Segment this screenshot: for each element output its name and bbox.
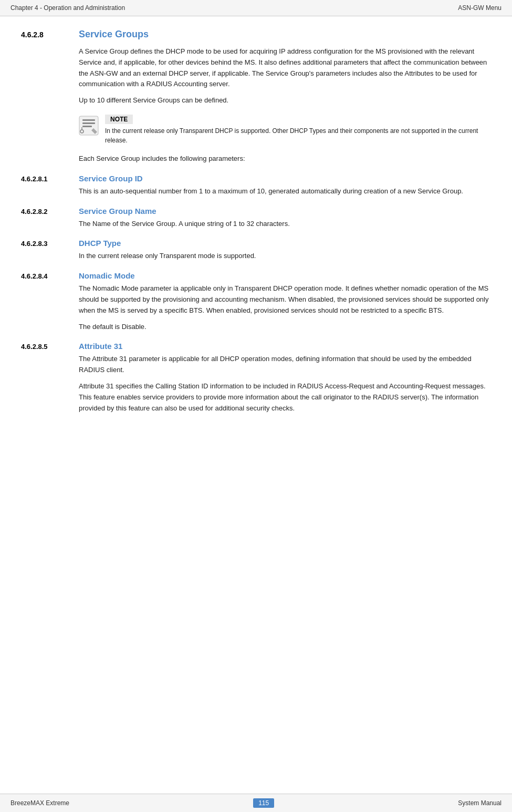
- subsection-4-title: Nomadic Mode: [79, 271, 135, 280]
- intro-paragraph-1: A Service Group defines the DHCP mode to…: [79, 46, 491, 90]
- subsection-4-body1: The Nomadic Mode parameter ia applicable…: [79, 283, 491, 316]
- svg-rect-2: [82, 122, 95, 124]
- subsection-2-title: Service Group Name: [79, 207, 156, 215]
- note-icon: [79, 116, 99, 136]
- subsection-1-title: Service Group ID: [79, 174, 143, 183]
- subsection-1-number: 4.6.2.8.1: [21, 175, 68, 183]
- subsection-5-heading: 4.6.2.8.5 Attribute 31: [21, 342, 491, 351]
- intro-paragraph-3: Each Service Group includes the followin…: [79, 153, 491, 165]
- note-text: In the current release only Transparent …: [105, 126, 491, 145]
- note-label: NOTE: [105, 115, 133, 124]
- subsection-2-number: 4.6.2.8.2: [21, 208, 68, 215]
- footer-right: System Manual: [458, 799, 501, 807]
- note-content: NOTE In the current release only Transpa…: [105, 115, 491, 145]
- footer-left: BreezeMAX Extreme: [11, 799, 69, 807]
- subsection-2-body: The Name of the Service Group. A unique …: [79, 219, 491, 230]
- header-left: Chapter 4 - Operation and Administration: [11, 4, 125, 12]
- page-footer: BreezeMAX Extreme 115 System Manual: [0, 794, 512, 812]
- subsection-5-title: Attribute 31: [79, 342, 122, 351]
- subsection-3-body: In the current release only Transparent …: [79, 251, 491, 262]
- content-area: 4.6.2.8 Service Groups A Service Group d…: [0, 16, 512, 440]
- header-right: ASN-GW Menu: [458, 4, 501, 12]
- subsection-4-heading: 4.6.2.8.4 Nomadic Mode: [21, 271, 491, 280]
- subsection-3-heading: 4.6.2.8.3 DHCP Type: [21, 239, 491, 248]
- subsection-3-title: DHCP Type: [79, 239, 121, 248]
- main-section-title: Service Groups: [79, 29, 149, 40]
- footer-page: 115: [253, 798, 274, 808]
- subsection-5-body1: The Attribute 31 parameter is applicable…: [79, 354, 491, 376]
- subsection-3-number: 4.6.2.8.3: [21, 240, 68, 248]
- page-header: Chapter 4 - Operation and Administration…: [0, 0, 512, 16]
- subsection-4-body2: The default is Disable.: [79, 322, 491, 333]
- subsection-1-body: This is an auto-sequential number from 1…: [79, 186, 491, 197]
- subsection-4-number: 4.6.2.8.4: [21, 272, 68, 280]
- svg-rect-1: [82, 119, 95, 121]
- intro-paragraph-2: Up to 10 different Service Groups can be…: [79, 95, 491, 106]
- svg-rect-3: [82, 126, 92, 127]
- subsection-5-number: 4.6.2.8.5: [21, 343, 68, 351]
- note-box: NOTE In the current release only Transpa…: [79, 115, 491, 145]
- main-section-number: 4.6.2.8: [21, 30, 68, 39]
- main-section-heading: 4.6.2.8 Service Groups: [21, 29, 491, 40]
- subsection-5-body2: Attribute 31 specifies the Calling Stati…: [79, 381, 491, 414]
- subsection-2-heading: 4.6.2.8.2 Service Group Name: [21, 207, 491, 215]
- subsection-1-heading: 4.6.2.8.1 Service Group ID: [21, 174, 491, 183]
